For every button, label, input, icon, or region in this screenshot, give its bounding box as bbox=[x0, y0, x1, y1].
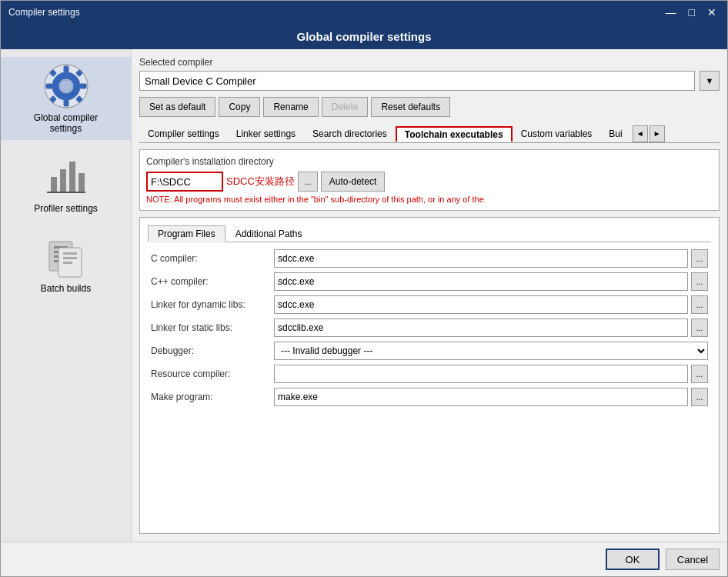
svg-rect-25 bbox=[63, 262, 72, 264]
rename-button[interactable]: Rename bbox=[263, 97, 318, 117]
sidebar-item-global[interactable]: Global compilersettings bbox=[1, 57, 131, 140]
c-compiler-label: C compiler: bbox=[148, 247, 271, 270]
install-dir-input[interactable] bbox=[146, 172, 223, 192]
debugger-label: Debugger: bbox=[148, 339, 271, 362]
subtab-program-files[interactable]: Program Files bbox=[148, 225, 225, 242]
batch-icon bbox=[43, 234, 89, 280]
resource-compiler-input[interactable] bbox=[274, 365, 688, 383]
resource-compiler-input-cell: ... bbox=[274, 365, 708, 383]
subtab-additional-paths[interactable]: Additional Paths bbox=[225, 225, 312, 242]
program-files-table: C compiler: ... C++ compiler: bbox=[148, 247, 711, 409]
svg-rect-24 bbox=[63, 257, 77, 259]
c-compiler-browse-button[interactable]: ... bbox=[691, 249, 708, 268]
tab-toolchain-executables[interactable]: Toolchain executables bbox=[396, 126, 513, 142]
debugger-input-cell: --- Invalid debugger --- bbox=[274, 342, 708, 360]
tab-build[interactable]: Bui bbox=[600, 125, 630, 142]
footer-row: OK Cancel bbox=[1, 542, 727, 576]
svg-rect-12 bbox=[51, 177, 57, 192]
resource-compiler-label: Resource compiler: bbox=[148, 362, 271, 385]
tab-linker-settings[interactable]: Linker settings bbox=[228, 125, 304, 142]
installation-note: NOTE: All programs must exist either in … bbox=[146, 195, 713, 204]
svg-rect-5 bbox=[46, 84, 52, 88]
window-title: Compiler settings bbox=[8, 7, 80, 18]
linker-dynamic-label: Linker for dynamic libs: bbox=[148, 293, 271, 316]
install-dir-browse-button[interactable]: ... bbox=[298, 172, 318, 192]
tab-compiler-settings[interactable]: Compiler settings bbox=[139, 125, 228, 142]
compiler-select-input[interactable] bbox=[139, 71, 695, 91]
dialog-header: Global compiler settings bbox=[1, 24, 727, 49]
linker-static-label: Linker for static libs: bbox=[148, 316, 271, 339]
installation-group-title: Compiler's installation directory bbox=[146, 156, 713, 167]
svg-rect-14 bbox=[69, 162, 75, 192]
cancel-button[interactable]: Cancel bbox=[666, 549, 720, 570]
selected-compiler-label: Selected compiler bbox=[139, 57, 720, 68]
tab-next-button[interactable]: ► bbox=[650, 125, 665, 142]
install-dir-row: SDCC安装路径 ... Auto-detect bbox=[146, 172, 713, 192]
c-compiler-input-cell: ... bbox=[274, 249, 708, 268]
svg-rect-3 bbox=[64, 66, 68, 72]
make-program-input-cell: ... bbox=[274, 388, 708, 406]
cpp-compiler-input[interactable] bbox=[274, 272, 688, 291]
svg-rect-4 bbox=[64, 100, 68, 106]
linker-static-input-cell: ... bbox=[274, 319, 708, 337]
compiler-dropdown-button[interactable]: ▼ bbox=[700, 71, 720, 91]
table-row: Debugger: --- Invalid debugger --- bbox=[148, 339, 711, 362]
table-row: Make program: ... bbox=[148, 385, 711, 409]
sidebar-item-global-label: Global compilersettings bbox=[34, 112, 98, 134]
cpp-compiler-browse-button[interactable]: ... bbox=[691, 272, 708, 291]
resource-compiler-browse-button[interactable]: ... bbox=[691, 365, 708, 383]
minimize-button[interactable]: — bbox=[663, 7, 680, 18]
svg-point-11 bbox=[60, 80, 72, 92]
table-row: Linker for dynamic libs: ... bbox=[148, 293, 711, 316]
install-dir-comment: SDCC安装路径 bbox=[226, 175, 295, 188]
c-compiler-input[interactable] bbox=[274, 249, 688, 268]
make-program-input[interactable] bbox=[274, 388, 688, 406]
copy-button[interactable]: Copy bbox=[219, 97, 260, 117]
reset-defaults-button[interactable]: Reset defaults bbox=[371, 97, 450, 117]
set-default-button[interactable]: Set as default bbox=[139, 97, 215, 117]
delete-button[interactable]: Delete bbox=[322, 97, 369, 117]
tabs-bar: Compiler settings Linker settings Search… bbox=[139, 125, 720, 143]
close-button[interactable]: ✕ bbox=[704, 7, 720, 18]
maximize-button[interactable]: □ bbox=[686, 7, 698, 18]
sidebar-item-batch[interactable]: Batch builds bbox=[1, 228, 131, 300]
linker-static-browse-button[interactable]: ... bbox=[691, 319, 708, 337]
table-row: C++ compiler: ... bbox=[148, 270, 711, 293]
svg-rect-23 bbox=[63, 252, 77, 255]
main-content: Global compilersettings Profiler setting… bbox=[1, 49, 727, 542]
compiler-toolbar: Set as default Copy Rename Delete Reset … bbox=[139, 97, 720, 117]
profiler-icon bbox=[43, 154, 89, 200]
compiler-settings-window: Compiler settings — □ ✕ Global compiler … bbox=[0, 0, 728, 577]
linker-dynamic-input[interactable] bbox=[274, 295, 688, 314]
tab-prev-button[interactable]: ◄ bbox=[633, 125, 648, 142]
sidebar-item-batch-label: Batch builds bbox=[41, 283, 91, 294]
programs-section: Program Files Additional Paths C compile… bbox=[139, 217, 720, 534]
subtabs-bar: Program Files Additional Paths bbox=[148, 225, 711, 242]
make-program-browse-button[interactable]: ... bbox=[691, 388, 708, 406]
cpp-compiler-input-cell: ... bbox=[274, 272, 708, 291]
make-program-label: Make program: bbox=[148, 385, 271, 409]
linker-static-input[interactable] bbox=[274, 319, 688, 337]
sidebar: Global compilersettings Profiler setting… bbox=[1, 49, 132, 542]
table-row: Linker for static libs: ... bbox=[148, 316, 711, 339]
svg-rect-13 bbox=[60, 169, 66, 192]
debugger-select[interactable]: --- Invalid debugger --- bbox=[274, 342, 708, 360]
svg-rect-6 bbox=[80, 84, 86, 88]
tab-search-directories[interactable]: Search directories bbox=[304, 125, 396, 142]
ok-button[interactable]: OK bbox=[606, 549, 660, 570]
title-bar: Compiler settings — □ ✕ bbox=[1, 1, 727, 24]
gear-icon bbox=[43, 63, 89, 109]
title-bar-controls: — □ ✕ bbox=[663, 7, 720, 18]
tab-custom-variables[interactable]: Custom variables bbox=[513, 125, 601, 142]
installation-group: Compiler's installation directory SDCC安装… bbox=[139, 149, 720, 211]
table-row: Resource compiler: ... bbox=[148, 362, 711, 385]
linker-dynamic-input-cell: ... bbox=[274, 295, 708, 314]
right-panel: Selected compiler ▼ Set as default Copy … bbox=[132, 49, 727, 542]
linker-dynamic-browse-button[interactable]: ... bbox=[691, 295, 708, 314]
cpp-compiler-label: C++ compiler: bbox=[148, 270, 271, 293]
sidebar-item-profiler[interactable]: Profiler settings bbox=[1, 148, 131, 220]
auto-detect-button[interactable]: Auto-detect bbox=[321, 172, 385, 192]
svg-rect-15 bbox=[78, 173, 85, 192]
sidebar-item-profiler-label: Profiler settings bbox=[34, 203, 98, 214]
compiler-row: ▼ bbox=[139, 71, 720, 91]
